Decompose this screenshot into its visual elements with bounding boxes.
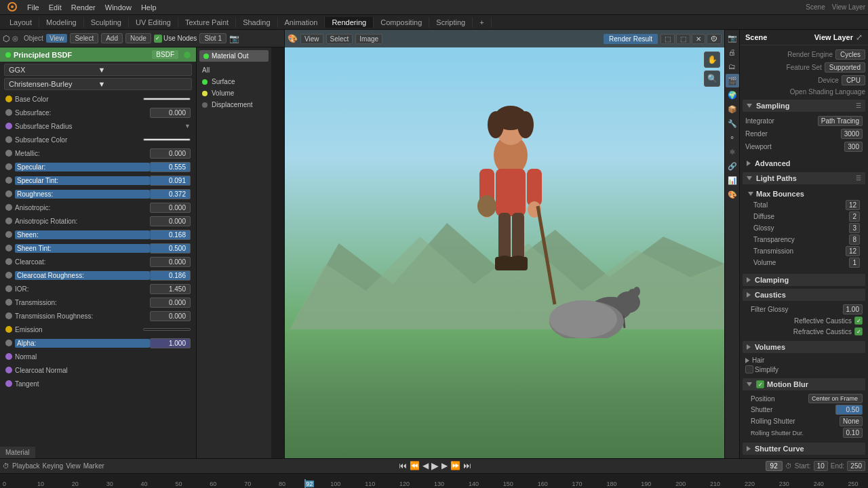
- props-expand-icon[interactable]: ⤢: [856, 33, 863, 42]
- subsurface-method-dropdown[interactable]: Christensen-Burley ▼: [4, 78, 192, 90]
- viewport-hand-icon[interactable]: ✋: [704, 52, 720, 68]
- clearcoat-roughness-value[interactable]: 0.186: [150, 270, 191, 281]
- menu-window[interactable]: Window: [101, 2, 136, 13]
- transmission-value[interactable]: 0.000: [150, 298, 191, 308]
- prop-icon-scene[interactable]: 🎬: [726, 74, 739, 87]
- render-result-btn[interactable]: Render Result: [604, 34, 658, 44]
- material-tab[interactable]: Material: [0, 447, 35, 458]
- current-frame[interactable]: 92: [766, 461, 783, 471]
- clamping-header[interactable]: Clamping: [743, 274, 865, 286]
- bounce-transparency-value[interactable]: 8: [849, 235, 860, 245]
- tab-sculpting[interactable]: Sculpting: [84, 17, 129, 28]
- mat-output-displacement[interactable]: Displacement: [199, 99, 269, 110]
- light-paths-list-icon[interactable]: ☰: [856, 175, 861, 182]
- sampling-header[interactable]: Sampling ☰: [743, 100, 865, 112]
- prop-icon-particles[interactable]: ⚬: [726, 131, 739, 144]
- bounce-diffuse-value[interactable]: 2: [849, 211, 860, 222]
- bounce-total-value[interactable]: 12: [846, 200, 860, 210]
- mat-output-all[interactable]: All: [199, 64, 269, 76]
- integrator-value[interactable]: Path Tracing: [818, 116, 863, 126]
- timeline-track[interactable]: 0 10 20 30 40 50 60 70 80 92 100 110 120…: [0, 474, 868, 488]
- node-btn[interactable]: Node: [125, 33, 151, 43]
- editor-mode[interactable]: ◎: [12, 35, 18, 42]
- light-paths-header[interactable]: Light Paths ☰: [743, 172, 865, 184]
- render-btn-3[interactable]: ✕: [692, 34, 705, 44]
- bounce-glossy-value[interactable]: 3: [849, 223, 860, 233]
- subsurface-value[interactable]: 0.000: [150, 108, 191, 118]
- play-btn[interactable]: ▶: [431, 460, 439, 471]
- alpha-value[interactable]: 1.000: [150, 338, 191, 348]
- mat-output-surface[interactable]: Surface: [199, 76, 269, 87]
- prop-icon-physics[interactable]: ⚛: [726, 145, 739, 159]
- prop-icon-world[interactable]: 🌍: [726, 88, 739, 102]
- play-end-btn[interactable]: ⏭: [463, 461, 471, 470]
- render-engine-value[interactable]: Cycles: [835, 49, 865, 60]
- advanced-header[interactable]: Advanced: [743, 157, 865, 169]
- base-color-value[interactable]: [143, 98, 191, 100]
- sheen-tint-value[interactable]: 0.500: [150, 243, 191, 253]
- specular-tint-value[interactable]: 0.091: [150, 176, 191, 186]
- feature-set-value[interactable]: Supported: [825, 62, 865, 73]
- camera-icon[interactable]: 📷: [229, 34, 239, 43]
- rolling-shutter-value[interactable]: None: [840, 416, 863, 426]
- timeline-type-icon[interactable]: ⏱: [3, 462, 9, 470]
- viewport-zoom-icon[interactable]: 🔍: [704, 70, 720, 87]
- anisotropic-value[interactable]: 0.000: [150, 203, 191, 213]
- transmission-roughness-value[interactable]: 0.000: [150, 311, 191, 321]
- clearcoat-value[interactable]: 0.000: [150, 257, 191, 267]
- tab-layout[interactable]: Layout: [3, 17, 39, 28]
- menu-help[interactable]: Help: [137, 2, 161, 13]
- play-step-back-btn[interactable]: ◀: [422, 461, 429, 470]
- prop-icon-material[interactable]: 🎨: [726, 188, 739, 201]
- subsurface-color-value[interactable]: [143, 138, 191, 141]
- filter-glossy-value[interactable]: 1.00: [843, 304, 863, 314]
- viewport-select-btn[interactable]: Select: [326, 34, 353, 44]
- render-btn-4[interactable]: ⭗: [707, 34, 722, 44]
- shutter-curve-header[interactable]: Shutter Curve: [743, 443, 865, 455]
- rolling-shutter-dur-value[interactable]: 0.10: [843, 428, 863, 438]
- prop-icon-object[interactable]: 📦: [726, 102, 739, 116]
- metallic-value[interactable]: 0.000: [150, 148, 191, 159]
- menu-edit[interactable]: Edit: [45, 2, 66, 13]
- menu-blender[interactable]: [3, 0, 22, 15]
- view-label[interactable]: View: [46, 34, 68, 43]
- menu-render[interactable]: Render: [67, 2, 100, 13]
- simplify-checkbox[interactable]: [745, 365, 753, 373]
- marker-label[interactable]: Marker: [83, 462, 104, 470]
- play-begin-btn[interactable]: ⏮: [399, 461, 407, 470]
- tab-shading[interactable]: Shading: [236, 17, 277, 28]
- tab-add[interactable]: +: [473, 17, 491, 28]
- viewport-type-icon[interactable]: 🎨: [288, 34, 298, 43]
- tab-modeling[interactable]: Modeling: [39, 17, 84, 28]
- ior-value[interactable]: 1.450: [150, 284, 191, 294]
- bounce-transmission-value[interactable]: 12: [846, 246, 860, 256]
- tab-uv-editing[interactable]: UV Editing: [129, 17, 178, 28]
- tab-compositing[interactable]: Compositing: [374, 17, 429, 28]
- tab-animation[interactable]: Animation: [278, 17, 326, 28]
- use-nodes-toggle[interactable]: ✓ Use Nodes: [154, 35, 197, 43]
- tab-scripting[interactable]: Scripting: [429, 17, 473, 28]
- prop-icon-constraints[interactable]: 🔗: [726, 159, 739, 173]
- tab-texture-paint[interactable]: Texture Paint: [178, 17, 236, 28]
- shutter-value[interactable]: 0.50: [835, 405, 863, 415]
- specular-value[interactable]: 0.555: [150, 162, 191, 172]
- prop-icon-render[interactable]: 📷: [726, 31, 739, 45]
- motion-blur-header[interactable]: ✓ Motion Blur: [743, 378, 865, 390]
- anisotropic-rotation-value[interactable]: 0.000: [150, 216, 191, 226]
- bounce-volume-value[interactable]: 1: [849, 258, 860, 268]
- slot-btn[interactable]: Slot 1: [199, 33, 226, 43]
- prop-icon-modifier[interactable]: 🔧: [726, 117, 739, 130]
- select-btn[interactable]: Select: [70, 33, 98, 43]
- tab-rendering[interactable]: Rendering: [325, 17, 374, 28]
- refractive-caustics-checkbox[interactable]: ✓: [854, 327, 863, 336]
- add-btn[interactable]: Add: [101, 33, 123, 43]
- play-prev-btn[interactable]: ⏪: [410, 461, 420, 470]
- keying-label[interactable]: Keying: [43, 462, 64, 470]
- viewport-view-btn[interactable]: View: [300, 34, 323, 44]
- node-collapse-btn[interactable]: [5, 52, 11, 58]
- distribution-dropdown[interactable]: GGX ▼: [4, 64, 192, 76]
- sheen-value[interactable]: 0.168: [150, 230, 191, 240]
- reflective-caustics-checkbox[interactable]: ✓: [854, 317, 863, 325]
- position-value[interactable]: Center on Frame: [808, 394, 863, 403]
- render-btn-2[interactable]: ⬚: [676, 34, 690, 44]
